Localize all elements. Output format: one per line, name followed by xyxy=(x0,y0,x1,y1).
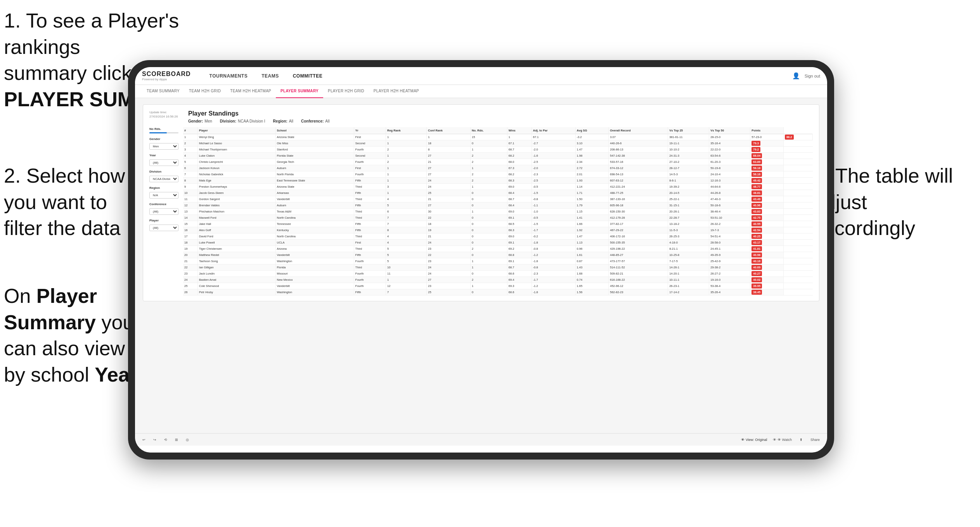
year-select[interactable]: (All) First Second Third Fourth Fifth xyxy=(149,159,178,166)
col-top50: Vs Top 50 xyxy=(709,127,750,134)
gender-filter-display: Gender: Men xyxy=(188,119,212,123)
points-value: 38.45 xyxy=(751,290,762,295)
eye-icon: 👁 xyxy=(741,438,745,442)
conference-filter: Conference (All) xyxy=(149,202,178,215)
watch-btn[interactable]: 👁 👁 Watch xyxy=(771,437,794,442)
points-value: 79.2 xyxy=(751,147,760,152)
table-row: 15Jake HallTennesseeFifth718068.5-1.51.6… xyxy=(183,221,813,227)
table-row: 6Jackson KoivunAuburnFirst127167.3-2.02.… xyxy=(183,165,813,171)
sub-nav: TEAM SUMMARY TEAM H2H GRID TEAM H2H HEAT… xyxy=(135,85,827,98)
share-btn[interactable]: Share xyxy=(809,437,822,442)
player-select[interactable]: (All) xyxy=(149,225,178,231)
points-value: 40.27 xyxy=(751,271,762,276)
step1-text1: To see a Player's rankings xyxy=(4,9,179,58)
panel-header: Update time: 27/03/2024 16:56:26 Player … xyxy=(149,110,813,123)
instruction-3: 3. The table will adjust accordingly xyxy=(813,163,968,242)
col-overall: Overall Record xyxy=(609,127,668,134)
points-value: 43.83 xyxy=(751,209,762,214)
table-row: 2Michael Le SassoOle MissSecond118067.1-… xyxy=(183,140,813,147)
target-btn[interactable]: ◎ xyxy=(184,437,191,442)
table-row: 22Ian GilliganFloridaThird1024168.7-0.81… xyxy=(183,264,813,271)
region-select[interactable]: N/A All xyxy=(149,192,178,199)
table-row: 13Phichaksn MaichonTexas A&MThird630169.… xyxy=(183,209,813,215)
gender-select[interactable]: Men Women xyxy=(149,143,178,150)
watch-icon: 👁 xyxy=(773,438,776,442)
table-row: 8Mats EgeEast Tennessee StateFifth124268… xyxy=(183,178,813,184)
step2-text1: Select how xyxy=(26,164,125,187)
division-select[interactable]: NCAA Division I NCAA Division II NCAA Di… xyxy=(149,176,178,182)
table-row: 4Luke ClatonFlorida StateSecond127268.2-… xyxy=(183,153,813,159)
division-filter-display: Division: NCAA Division I xyxy=(220,119,265,123)
table-row: 26Petr HrubyWashingtonFifth725068.6-1.81… xyxy=(183,289,813,295)
points-value: 39.95 xyxy=(751,283,762,289)
table-row: 12Brendan ValdesAuburnFifth527068.4-1.11… xyxy=(183,202,813,209)
export-btn[interactable]: ⬆ xyxy=(798,437,805,442)
table-row: 19Tiger ChristensenArizonaThird523269.2-… xyxy=(183,246,813,252)
points-value: 88.2 xyxy=(785,135,794,140)
logo-text: SCOREBOARD xyxy=(142,71,191,78)
table-row: 10Jacob Gess-SkeenArkansasFifth125068.4-… xyxy=(183,190,813,196)
nav-right: 👤 Sign out xyxy=(792,72,820,79)
points-value: 40.69 xyxy=(751,265,762,270)
nav-teams[interactable]: TEAMS xyxy=(255,67,286,85)
filter-row: Gender: Men Division: NCAA Division I Re… xyxy=(188,119,813,123)
points-value: 40.98 xyxy=(751,252,762,257)
standings-table: # Player School Yr Reg Rank Conf Rank No… xyxy=(183,127,813,295)
main-nav: TOURNAMENTS TEAMS COMMITTEE xyxy=(203,67,792,85)
tablet-inner: SCOREBOARD Powered by dippa TOURNAMENTS … xyxy=(135,67,827,453)
subnav-team-h2h-grid[interactable]: TEAM H2H GRID xyxy=(184,85,225,98)
col-reg-rank: Reg Rank xyxy=(386,127,426,134)
nav-tournaments[interactable]: TOURNAMENTS xyxy=(203,67,255,85)
redo-btn[interactable]: ↪ xyxy=(151,437,158,442)
subnav-team-summary[interactable]: TEAM SUMMARY xyxy=(142,85,184,98)
col-school: School xyxy=(275,127,354,134)
refresh-btn[interactable]: ⟲ xyxy=(162,437,169,442)
player-filter: Player (All) xyxy=(149,219,178,231)
undo-btn[interactable]: ↩ xyxy=(140,437,147,442)
col-points: Points xyxy=(750,127,784,134)
points-value: 40.55 xyxy=(751,221,762,226)
col-adj-par: Adj. to Par xyxy=(532,127,575,134)
table-row: 1Wenyi DingArizona StateFirst1115167.1-3… xyxy=(183,134,813,140)
points-value: 49.42 xyxy=(751,178,762,183)
subnav-player-h2h-grid[interactable]: PLAYER H2H GRID xyxy=(323,85,369,98)
tablet-device: SCOREBOARD Powered by dippa TOURNAMENTS … xyxy=(128,60,834,460)
update-time: Update time: 27/03/2024 16:56:26 xyxy=(149,110,180,119)
subnav-player-h2h-heatmap[interactable]: PLAYER H2H HEATMAP xyxy=(369,85,424,98)
table-row: 5Christo LamprechtGeorgia TechFourth2212… xyxy=(183,159,813,165)
points-value: 46.77 xyxy=(751,184,762,189)
conference-select[interactable]: (All) xyxy=(149,208,178,215)
step1-number: 1. xyxy=(4,9,21,32)
region-filter-display: Region: All xyxy=(273,119,293,123)
table-row: 3Michael ThorbjornsenStanfordFourth28168… xyxy=(183,147,813,153)
table-row: 24Bastien AmatNew MexicoFourth127269.4-1… xyxy=(183,277,813,283)
table-row: 20Matthew RiedelVanderbiltFifth522068.8-… xyxy=(183,252,813,258)
step1-text2: summary click xyxy=(4,62,132,84)
table-body: 1Wenyi DingArizona StateFirst1115167.1-3… xyxy=(183,134,813,295)
app-header: SCOREBOARD Powered by dippa TOURNAMENTS … xyxy=(135,67,827,85)
logo-area: SCOREBOARD Powered by dippa xyxy=(142,71,191,81)
col-player: Player xyxy=(198,127,275,134)
no-rds-slider[interactable] xyxy=(149,132,178,133)
bottom-toolbar: ↩ ↪ ⟲ ⊞ ◎ 👁 View: Original 👁 👁 Watch ⬆ S… xyxy=(135,433,827,446)
col-no-rds: No. Rds. xyxy=(471,127,507,134)
col-rank: # xyxy=(183,127,198,134)
panel-title: Player Standings xyxy=(188,110,813,117)
table-row: 25Cole SherwoodVanderbiltFourth1223169.3… xyxy=(183,283,813,289)
nav-committee[interactable]: COMMITTEE xyxy=(286,67,330,85)
region-filter: Region N/A All xyxy=(149,186,178,199)
points-value: 40.25 xyxy=(751,234,762,239)
main-content: Update time: 27/03/2024 16:56:26 Player … xyxy=(135,98,827,433)
tablet-screen: SCOREBOARD Powered by dippa TOURNAMENTS … xyxy=(135,67,827,453)
subnav-team-h2h-heatmap[interactable]: TEAM H2H HEATMAP xyxy=(225,85,276,98)
subnav-player-summary[interactable]: PLAYER SUMMARY xyxy=(276,85,323,98)
user-icon: 👤 xyxy=(792,72,800,79)
sign-out-link[interactable]: Sign out xyxy=(805,74,820,78)
grid-btn[interactable]: ⊞ xyxy=(173,437,180,442)
points-value: 41.81 xyxy=(751,246,762,251)
view-original[interactable]: 👁 View: Original xyxy=(741,438,767,442)
points-value: 68.04 xyxy=(751,153,762,158)
points-value: 42.54 xyxy=(751,228,762,233)
gender-filter: Gender Men Women xyxy=(149,137,178,150)
table-row: 23Jack LundinMissouriFourth1124068.6-2.3… xyxy=(183,271,813,277)
